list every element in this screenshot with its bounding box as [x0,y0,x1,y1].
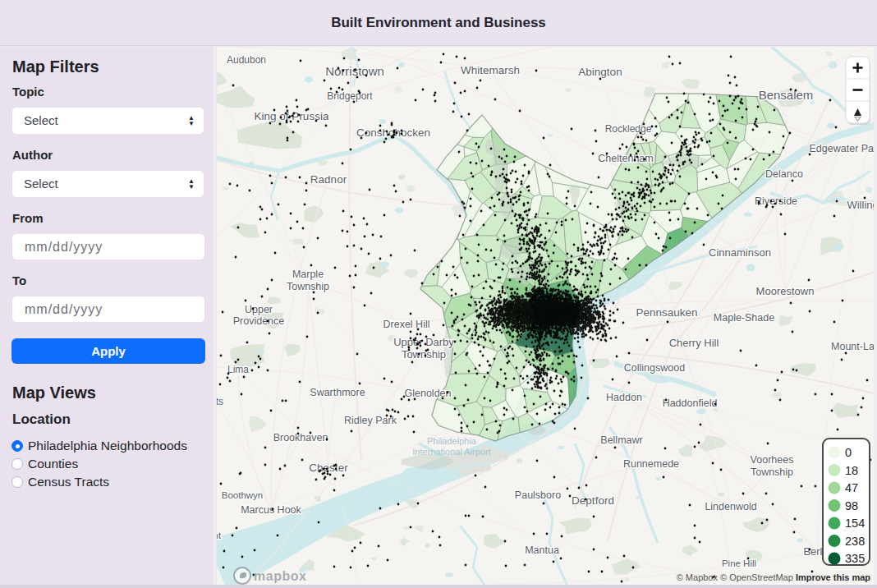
svg-text:Chester: Chester [309,462,348,474]
svg-text:Glenolden: Glenolden [405,388,452,399]
svg-text:18: 18 [845,464,858,477]
svg-text:Mount-Laur: Mount-Laur [831,341,874,352]
svg-text:hts: hts [217,396,223,407]
svg-text:Bellmawr: Bellmawr [600,434,642,446]
svg-text:Upper Darby: Upper Darby [393,336,454,348]
svg-text:Philadelphia: Philadelphia [427,436,477,446]
svg-text:International Airport: International Airport [412,447,490,457]
svg-text:Whitemarsh: Whitemarsh [461,64,520,76]
svg-text:Township: Township [751,466,793,478]
svg-text:Willingbor: Willingbor [847,199,874,211]
svg-text:Township: Township [287,281,329,292]
svg-text:Boothwyn: Boothwyn [222,490,264,500]
svg-text:© Mapbox © OpenStreetMap Impro: © Mapbox © OpenStreetMap Improve this ma… [677,572,871,582]
svg-text:Radnor: Radnor [310,173,347,186]
svg-text:Providence: Providence [233,315,285,327]
svg-text:Pennsauken: Pennsauken [636,306,697,319]
svg-text:Edgewater Park: Edgewater Park [810,143,874,154]
svg-text:238: 238 [845,535,865,548]
svg-text:0: 0 [845,446,852,459]
svg-text:Paulsboro: Paulsboro [515,489,561,501]
svg-text:Riverside: Riverside [755,195,797,207]
svg-text:Upper: Upper [245,304,273,315]
svg-text:Marple: Marple [292,269,324,280]
svg-text:Abington: Abington [578,66,622,78]
svg-text:Runnemede: Runnemede [623,458,679,470]
svg-text:Cherry Hill: Cherry Hill [669,337,719,349]
svg-text:Rockledge: Rockledge [605,123,652,135]
svg-text:Delanco: Delanco [765,168,803,180]
svg-text:Maple-Shade: Maple-Shade [714,312,774,324]
svg-text:47: 47 [845,481,858,494]
svg-text:Collingswood: Collingswood [624,362,685,374]
svg-text:Marcus Hook: Marcus Hook [241,504,301,516]
svg-text:Mantua: Mantua [525,544,559,556]
svg-text:Brookhaven: Brookhaven [273,432,328,443]
svg-text:Pine Hill: Pine Hill [722,558,756,568]
svg-text:Swarthmore: Swarthmore [310,387,365,398]
svg-text:Haddon: Haddon [606,392,642,403]
svg-text:nont: nont [217,531,222,540]
svg-text:335: 335 [845,552,865,565]
svg-text:Cinnaminson: Cinnaminson [709,246,771,259]
svg-text:Bridgeport: Bridgeport [327,90,373,102]
svg-text:154: 154 [845,517,865,530]
svg-text:Moorestown: Moorestown [756,285,815,297]
svg-text:Haddonfield: Haddonfield [663,397,718,409]
svg-text:Deptford: Deptford [572,494,614,507]
svg-text:Norristown: Norristown [325,64,384,78]
svg-text:Audubon: Audubon [227,54,266,66]
svg-text:Ridley Park: Ridley Park [344,415,397,426]
svg-text:Drexel Hill: Drexel Hill [383,319,430,330]
svg-text:mapbox: mapbox [254,569,306,583]
svg-text:Lima: Lima [227,364,249,375]
svg-text:98: 98 [845,499,858,512]
svg-text:Lindenwold: Lindenwold [705,501,756,512]
svg-text:Bensalem: Bensalem [759,88,814,102]
svg-text:Voorhees: Voorhees [751,454,794,466]
